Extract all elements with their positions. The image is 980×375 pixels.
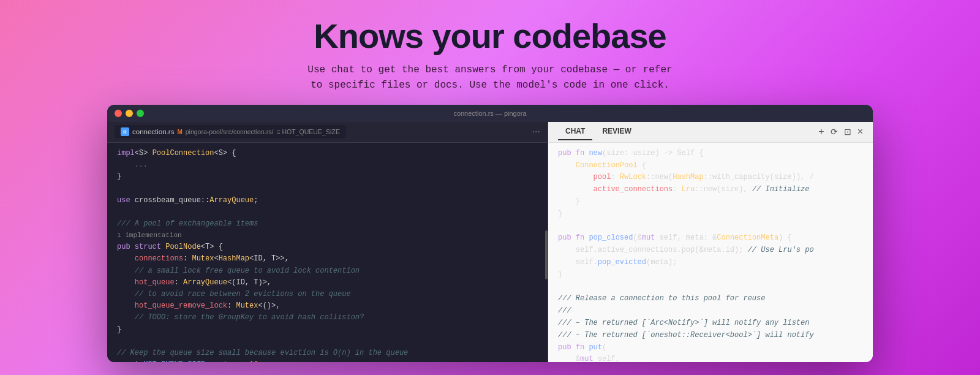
chat-code-line: } bbox=[558, 269, 863, 281]
tab-hotqueue-label: HOT_QUEUE_SIZE bbox=[282, 128, 340, 135]
chat-code-line: /// – The returned [`Arc<Notify>`] will … bbox=[558, 317, 863, 330]
code-line: hot_queue: ArrayQueue<(ID, T)>, bbox=[117, 277, 538, 289]
chat-code-line: self.pop_evicted(meta); bbox=[558, 257, 863, 269]
chat-code-line: &mut self, bbox=[558, 354, 863, 362]
code-line: } bbox=[117, 324, 538, 336]
minimize-button[interactable] bbox=[126, 110, 133, 117]
hero-subtitle-1: Use chat to get the best answers from yo… bbox=[307, 63, 672, 78]
file-icon: R bbox=[121, 127, 129, 136]
ide-titlebar: connection.rs — pingora bbox=[107, 105, 873, 122]
code-line: ... bbox=[117, 159, 538, 171]
chat-code-line: } bbox=[558, 196, 863, 208]
code-line: 1 implementation bbox=[117, 230, 538, 241]
editor-tab[interactable]: R connection.rs M pingora-pool/src/conne… bbox=[115, 125, 346, 138]
hero-subtitle-2: to specific files or docs. Use the model… bbox=[307, 78, 672, 94]
code-line: /// A pool of exchangeable items bbox=[117, 218, 538, 230]
titlebar-filename: connection.rs — pingora bbox=[453, 110, 526, 117]
code-line: use crossbeam_queue::ArrayQueue; bbox=[117, 195, 538, 206]
editor-tab-bar: R connection.rs M pingora-pool/src/conne… bbox=[107, 122, 548, 143]
code-line: hot_queue_remove_lock: Mutex<()>, bbox=[117, 300, 538, 312]
chat-code-line: ConnectionPool { bbox=[558, 160, 863, 172]
traffic-lights bbox=[115, 110, 144, 117]
close-chat-button[interactable]: × bbox=[858, 126, 863, 137]
code-line bbox=[117, 336, 538, 347]
add-chat-button[interactable]: + bbox=[818, 126, 824, 137]
code-line bbox=[117, 206, 538, 218]
chat-content: pub fn new(size: usize) -> Self { Connec… bbox=[548, 143, 873, 362]
code-panel: R connection.rs M pingora-pool/src/conne… bbox=[107, 122, 548, 362]
code-content: impl<S> PoolConnection<S> { ... } use cr… bbox=[107, 143, 548, 362]
chat-code-line: /// – The returned [`oneshot::Receiver<b… bbox=[558, 330, 863, 342]
ide-body: R connection.rs M pingora-pool/src/conne… bbox=[107, 122, 873, 362]
code-line bbox=[117, 183, 538, 194]
chat-code-lines: pub fn new(size: usize) -> Self { Connec… bbox=[558, 148, 863, 362]
chat-tab-actions: + ⟳ ⊡ × bbox=[818, 126, 863, 137]
code-line: const HOT_QUEUE_SIZE: usize = 16; bbox=[117, 359, 538, 362]
code-line: // TODO: store the GroupKey to avoid has… bbox=[117, 312, 538, 324]
layout-button[interactable]: ⊡ bbox=[844, 127, 851, 137]
chat-code-line: self.active_connections.pop(&meta.id); /… bbox=[558, 244, 863, 257]
chat-code-line bbox=[558, 221, 863, 233]
chat-code-line: /// bbox=[558, 305, 863, 317]
tab-review[interactable]: REVIEW bbox=[595, 123, 638, 140]
close-button[interactable] bbox=[115, 110, 122, 117]
code-line: // to avoid race between 2 evictions on … bbox=[117, 289, 538, 300]
chat-code-line: pool: RwLock::new(HashMap::with_capacity… bbox=[558, 172, 863, 184]
code-lines: impl<S> PoolConnection<S> { ... } use cr… bbox=[107, 148, 548, 362]
tab-hotqueue: ≡ HOT_QUEUE_SIZE bbox=[276, 128, 340, 135]
code-line: // Keep the queue size small because evi… bbox=[117, 347, 538, 359]
code-line: impl<S> PoolConnection<S> { bbox=[117, 148, 538, 159]
hero-title: Knows your codebase bbox=[307, 17, 672, 55]
chat-code-line: } bbox=[558, 208, 863, 221]
chat-code-line: active_connections: Lru::new(size), // I… bbox=[558, 184, 863, 196]
chat-code-line: pub fn new(size: usize) -> Self { bbox=[558, 148, 863, 160]
code-line: } bbox=[117, 171, 538, 183]
chat-panel: CHAT REVIEW + ⟳ ⊡ × pub fn new(size: usi… bbox=[548, 122, 873, 362]
tab-path: pingora-pool/src/connection.rs/ bbox=[186, 128, 274, 135]
code-line: pub struct PoolNode<T> { bbox=[117, 241, 538, 253]
code-line: connections: Mutex<HashMap<ID, T>>, bbox=[117, 253, 538, 265]
chat-code-line bbox=[558, 281, 863, 294]
chat-code-line: pub fn put( bbox=[558, 342, 863, 354]
chat-code-line: /// Release a connection to this pool fo… bbox=[558, 293, 863, 305]
chat-code-line: pub fn pop_closed(&mut self, meta: &Conn… bbox=[558, 232, 863, 244]
tab-more-button[interactable]: ··· bbox=[532, 126, 540, 137]
vertical-scrollbar[interactable] bbox=[545, 230, 548, 279]
tab-modified-badge: M bbox=[177, 129, 182, 135]
chat-tab-bar: CHAT REVIEW + ⟳ ⊡ × bbox=[548, 122, 873, 143]
tab-filename: connection.rs bbox=[132, 128, 174, 135]
hero-section: Knows your codebase Use chat to get the … bbox=[307, 0, 672, 105]
code-line: // a small lock free queue to avoid lock… bbox=[117, 265, 538, 277]
history-button[interactable]: ⟳ bbox=[831, 127, 838, 137]
maximize-button[interactable] bbox=[137, 110, 144, 117]
ide-window: connection.rs — pingora R connection.rs … bbox=[107, 105, 873, 362]
tab-chat[interactable]: CHAT bbox=[558, 123, 592, 140]
